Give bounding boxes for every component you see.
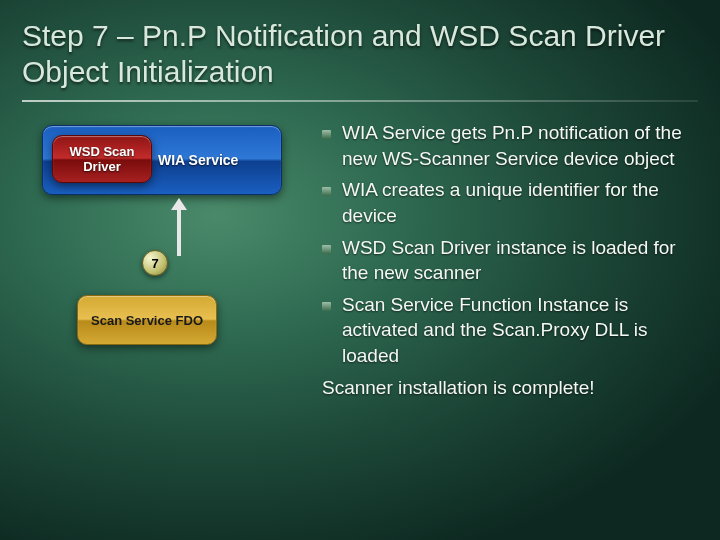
bullet-text: WIA Service gets Pn.P notification of th… — [342, 122, 682, 169]
scan-service-fdo-label: Scan Service FDO — [91, 313, 203, 328]
architecture-diagram: WIA Service WSD Scan Driver 7 Scan Servi… — [22, 120, 302, 460]
bullet-list-area: WIA Service gets Pn.P notification of th… — [322, 120, 698, 460]
step-number-badge: 7 — [142, 250, 168, 276]
arrow-up — [174, 198, 184, 256]
arrow-line — [177, 206, 181, 256]
list-item: WIA Service gets Pn.P notification of th… — [322, 120, 698, 171]
closing-statement: Scanner installation is complete! — [322, 375, 698, 401]
list-item: Scan Service Function Instance is activa… — [322, 292, 698, 369]
wia-service-label: WIA Service — [158, 152, 238, 168]
bullet-text: WIA creates a unique identifier for the … — [342, 179, 659, 226]
wsd-scan-driver-label: WSD Scan Driver — [53, 144, 151, 174]
scan-service-fdo-box: Scan Service FDO — [77, 295, 217, 345]
page-title: Step 7 – Pn.P Notification and WSD Scan … — [22, 18, 698, 90]
title-underline — [22, 100, 698, 102]
wsd-scan-driver-box: WSD Scan Driver — [52, 135, 152, 183]
bullet-list: WIA Service gets Pn.P notification of th… — [322, 120, 698, 369]
list-item: WSD Scan Driver instance is loaded for t… — [322, 235, 698, 286]
content-area: WIA Service WSD Scan Driver 7 Scan Servi… — [22, 120, 698, 460]
bullet-text: Scan Service Function Instance is activa… — [342, 294, 648, 366]
list-item: WIA creates a unique identifier for the … — [322, 177, 698, 228]
bullet-text: WSD Scan Driver instance is loaded for t… — [342, 237, 676, 284]
step-number-label: 7 — [151, 256, 158, 271]
